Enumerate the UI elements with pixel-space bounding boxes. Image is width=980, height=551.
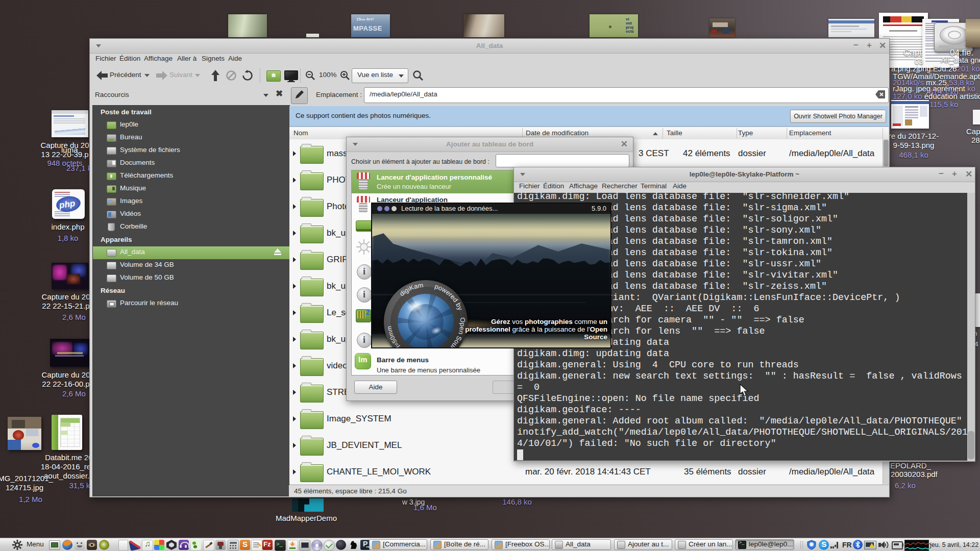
svg-text:powered by: powered by [434, 283, 464, 312]
svg-text:f=50mm: f=50mm [385, 325, 401, 348]
svg-text:digiKam: digiKam [398, 281, 424, 298]
svg-text:1:1.8: 1:1.8 [400, 347, 415, 348]
